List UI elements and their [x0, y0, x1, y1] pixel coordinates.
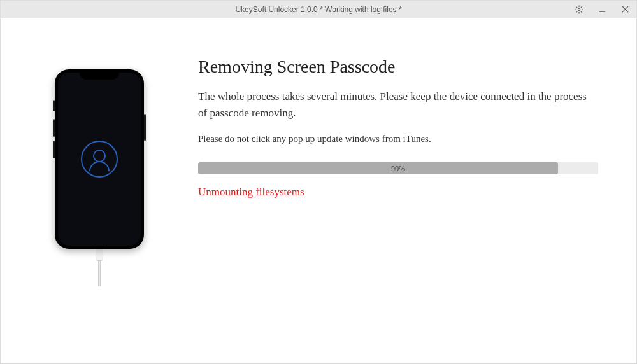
close-button[interactable]: [613, 1, 636, 18]
window-title: UkeySoft Unlocker 1.0.0 * Working with l…: [235, 5, 401, 14]
cable-wire: [98, 261, 101, 286]
phone-side-button: [53, 141, 55, 158]
minimize-icon: [599, 6, 606, 13]
phone-cable: [95, 249, 104, 287]
phone-side-button: [53, 100, 55, 111]
phone-side-button: [144, 114, 146, 141]
titlebar: UkeySoft Unlocker 1.0.0 * Working with l…: [1, 1, 636, 18]
status-text: Unmounting filesystems: [198, 186, 598, 199]
minimize-button[interactable]: [590, 1, 613, 18]
cable-connector: [96, 248, 103, 261]
user-avatar-icon: [81, 141, 118, 178]
svg-point-0: [578, 8, 580, 11]
device-illustration: [26, 57, 173, 338]
page-heading: Removing Screen Passcode: [198, 57, 598, 77]
phone-notch: [80, 69, 119, 80]
phone-side-button: [53, 119, 55, 137]
warning-text: Please do not click any pop up update wi…: [198, 134, 598, 144]
settings-button[interactable]: [568, 1, 590, 18]
close-icon: [622, 6, 629, 13]
page-subtitle: The whole process takes several minutes.…: [198, 88, 598, 121]
phone-screen: [58, 73, 141, 246]
progress-fill: [198, 162, 558, 174]
phone-frame: [55, 69, 144, 249]
main-panel: Removing Screen Passcode The whole proce…: [198, 57, 611, 338]
window-controls: [568, 1, 636, 18]
progress-bar: 90%: [198, 162, 598, 174]
app-window: UkeySoft Unlocker 1.0.0 * Working with l…: [0, 0, 637, 364]
content-area: Removing Screen Passcode The whole proce…: [1, 18, 636, 363]
progress-percent: 90%: [391, 165, 405, 172]
gear-icon: [575, 5, 583, 14]
